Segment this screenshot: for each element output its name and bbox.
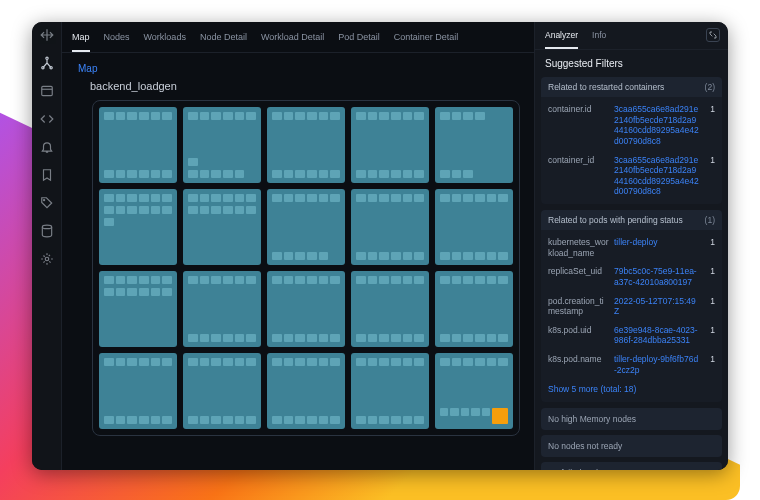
tab-workload-detail[interactable]: Workload Detail bbox=[261, 32, 324, 52]
pod-cell bbox=[307, 358, 317, 366]
tab-workloads[interactable]: Workloads bbox=[144, 32, 186, 52]
status-line[interactable]: No high Memory nodes bbox=[541, 408, 722, 430]
pod-cell bbox=[475, 358, 485, 366]
side-tab-analyzer[interactable]: Analyzer bbox=[545, 30, 578, 49]
map-node[interactable] bbox=[435, 353, 513, 429]
pod-cell bbox=[246, 206, 256, 214]
filter-group-header[interactable]: Related to restarted containers(2) bbox=[541, 77, 722, 97]
map-node[interactable] bbox=[435, 107, 513, 183]
pod-cell bbox=[379, 334, 389, 342]
expand-icon[interactable] bbox=[706, 28, 720, 42]
pod-cell bbox=[440, 358, 450, 366]
map-node[interactable] bbox=[351, 107, 429, 183]
filter-count: 1 bbox=[703, 266, 715, 276]
map-node[interactable] bbox=[351, 353, 429, 429]
pod-cell bbox=[200, 358, 210, 366]
tab-map[interactable]: Map bbox=[72, 32, 90, 52]
pod-cell bbox=[151, 112, 161, 120]
side-scroll[interactable]: Related to restarted containers(2)contai… bbox=[535, 77, 728, 470]
map-canvas-wrap bbox=[62, 100, 534, 470]
filter-value[interactable]: 3caa655ca6e8ad291e2140fb5ecde718d2a94416… bbox=[614, 104, 699, 147]
filter-count: 1 bbox=[703, 155, 715, 165]
pod-cell bbox=[368, 112, 378, 120]
tab-pod-detail[interactable]: Pod Detail bbox=[338, 32, 380, 52]
filter-value[interactable]: 79bc5c0c-75e9-11ea-a37c-42010a800197 bbox=[614, 266, 699, 287]
pod-cell bbox=[452, 276, 462, 284]
filter-group-header[interactable]: Related to pods with pending status(1) bbox=[541, 210, 722, 230]
filter-value[interactable]: tiller-deploy bbox=[614, 237, 699, 248]
filter-value[interactable]: tiller-deploy-9bf6fb76d-2cz2p bbox=[614, 354, 699, 375]
filter-value[interactable]: 3caa655ca6e8ad291e2140fb5ecde718d2a94416… bbox=[614, 155, 699, 198]
pod-cell bbox=[162, 194, 172, 202]
side-tab-info[interactable]: Info bbox=[592, 30, 606, 49]
show-more-link[interactable]: Show 5 more (total: 18) bbox=[541, 379, 722, 399]
pod-cell bbox=[319, 416, 329, 424]
svg-point-6 bbox=[45, 257, 49, 261]
pod-cell bbox=[475, 112, 485, 120]
pod-cell bbox=[307, 334, 317, 342]
status-line[interactable]: No failed pods bbox=[541, 462, 722, 470]
pod-cell bbox=[116, 194, 126, 202]
code-icon[interactable] bbox=[40, 112, 54, 126]
pod-cell bbox=[104, 416, 114, 424]
pod-cell bbox=[284, 276, 294, 284]
pod-cell bbox=[414, 170, 424, 178]
pod-cell bbox=[200, 276, 210, 284]
filter-value[interactable]: 2022-05-12T07:15:49Z bbox=[614, 296, 699, 317]
filter-row: pod.creation_timestamp2022-05-12T07:15:4… bbox=[541, 292, 722, 321]
pod-cell bbox=[414, 276, 424, 284]
tab-container-detail[interactable]: Container Detail bbox=[394, 32, 459, 52]
pod-cell bbox=[463, 170, 473, 178]
map-node[interactable] bbox=[267, 107, 345, 183]
map-node[interactable] bbox=[267, 353, 345, 429]
breadcrumb[interactable]: Map bbox=[62, 53, 534, 78]
map-node[interactable] bbox=[351, 189, 429, 265]
map-node[interactable] bbox=[435, 271, 513, 347]
hierarchy-icon[interactable] bbox=[40, 56, 54, 70]
map-node[interactable] bbox=[267, 271, 345, 347]
pod-cell bbox=[356, 252, 366, 260]
move-icon[interactable] bbox=[40, 28, 54, 42]
tab-nodes[interactable]: Nodes bbox=[104, 32, 130, 52]
pod-cell bbox=[246, 112, 256, 120]
bookmark-icon[interactable] bbox=[40, 168, 54, 182]
filter-value[interactable]: 6e39e948-8cae-4023-986f-284dbba25331 bbox=[614, 325, 699, 346]
pod-cell bbox=[188, 112, 198, 120]
map-node[interactable] bbox=[183, 271, 261, 347]
tag-icon[interactable] bbox=[40, 196, 54, 210]
pod-cell bbox=[440, 276, 450, 284]
pod-cell bbox=[284, 170, 294, 178]
left-tool-rail bbox=[32, 22, 62, 470]
pod-cell bbox=[391, 276, 401, 284]
pod-cell bbox=[440, 112, 450, 120]
map-canvas[interactable] bbox=[92, 100, 520, 436]
map-node[interactable] bbox=[183, 107, 261, 183]
pod-cell bbox=[235, 276, 245, 284]
map-node[interactable] bbox=[183, 353, 261, 429]
pod-cell bbox=[162, 276, 172, 284]
map-node[interactable] bbox=[267, 189, 345, 265]
pod-cell bbox=[440, 408, 448, 416]
gear-icon[interactable] bbox=[40, 252, 54, 266]
map-node[interactable] bbox=[435, 189, 513, 265]
pod-cell bbox=[414, 194, 424, 202]
status-line[interactable]: No nodes not ready bbox=[541, 435, 722, 457]
panel-icon[interactable] bbox=[40, 84, 54, 98]
map-node[interactable] bbox=[99, 271, 177, 347]
pod-cell bbox=[475, 194, 485, 202]
map-node[interactable] bbox=[99, 107, 177, 183]
filter-group-title: Related to pods with pending status bbox=[548, 215, 683, 225]
map-node[interactable] bbox=[99, 189, 177, 265]
filter-count: 1 bbox=[703, 354, 715, 364]
bell-icon[interactable] bbox=[40, 140, 54, 154]
pod-cell bbox=[116, 112, 126, 120]
pod-cell bbox=[235, 416, 245, 424]
map-node[interactable] bbox=[99, 353, 177, 429]
main-tabs: MapNodesWorkloadsNode DetailWorkload Det… bbox=[62, 22, 534, 53]
database-icon[interactable] bbox=[40, 224, 54, 238]
tab-node-detail[interactable]: Node Detail bbox=[200, 32, 247, 52]
map-node[interactable] bbox=[183, 189, 261, 265]
pod-cell bbox=[330, 358, 340, 366]
map-node[interactable] bbox=[351, 271, 429, 347]
pod-cell bbox=[223, 358, 233, 366]
